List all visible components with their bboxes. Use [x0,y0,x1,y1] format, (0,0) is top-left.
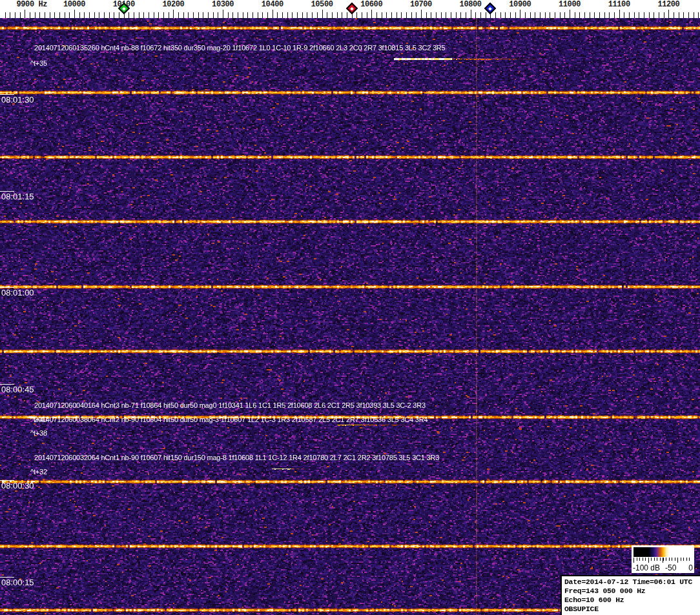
freq-tick [594,12,595,18]
freq-tick [664,12,664,18]
freq-tick [694,12,694,18]
freq-tick [540,12,540,18]
freq-tick [277,12,278,18]
info-line-echo: Echo=10 600 Hz [564,596,700,605]
freq-tick-label: 10200 [162,0,184,8]
freq-tick [337,12,338,18]
waterfall-spectrogram[interactable] [0,18,700,615]
freq-tick [659,12,659,18]
freq-tick [688,12,689,18]
freq-tick [119,12,119,18]
freq-tick [183,12,184,18]
echo-time-offset-label: ^t+38 [30,429,47,437]
freq-tick [436,12,437,18]
info-line-station: OBSUPICE [564,605,700,614]
freq-tick [505,12,506,18]
freq-tick [525,12,526,18]
freq-tick-label: 10600 [360,0,382,8]
freq-tick [154,12,154,18]
freq-tick [486,12,486,18]
freq-tick [342,12,342,18]
freq-tick [416,12,417,18]
freq-tick [114,12,114,18]
freq-tick [39,12,40,18]
freq-tick [456,12,457,18]
freq-tick-label: 9900 Hz [16,0,47,8]
freq-tick [550,12,550,18]
freq-tick [332,12,333,18]
freq-tick-label: 10000 [63,0,85,8]
freq-tick [307,12,307,18]
freq-tick [575,12,575,18]
freq-tick [198,12,199,18]
freq-tick [411,12,412,18]
marker-core-dot [488,6,492,10]
freq-tick [356,12,357,18]
freq-tick [74,10,75,18]
freq-tick [188,12,189,18]
freq-tick [604,12,605,18]
freq-tick [679,12,679,18]
freq-tick-label: 11200 [657,0,679,8]
freq-tick [173,10,174,18]
freq-tick [347,12,347,18]
freq-tick [634,12,635,18]
red-marker-diamond-icon[interactable] [345,3,357,14]
freq-tick [312,12,313,18]
freq-tick [258,12,258,18]
frequency-ruler[interactable]: 9900 Hz100001010010200103001040010500106… [0,0,700,18]
freq-tick [302,12,303,18]
freq-tick [287,12,288,18]
freq-tick [15,12,15,18]
colorbar-label-mid: -50 [665,563,676,572]
freq-tick [362,12,362,18]
time-label: 08:01:00 [1,288,34,297]
info-line-date: Date=2014-07-12 Time=06:01 UTC [564,578,700,587]
freq-tick [406,12,407,18]
freq-tick [475,12,476,18]
freq-tick [396,12,397,18]
time-label: 08:00:30 [1,481,34,490]
freq-tick [530,12,531,18]
colorbar-label-max: 0 [688,563,693,572]
freq-tick [20,12,21,18]
freq-tick [104,12,105,18]
freq-tick-label: 10400 [262,0,283,8]
freq-tick [232,12,233,18]
freq-tick [614,12,615,18]
freq-tick [223,10,223,18]
freq-tick [84,12,85,18]
freq-tick-label: 10700 [410,0,432,8]
colorbar-gradient [633,547,692,557]
station-info-box: Date=2014-07-12 Time=06:01 UTC Freq=143 … [561,575,700,615]
freq-tick [178,12,179,18]
freq-tick-label: 11100 [608,0,630,8]
freq-tick [421,10,422,18]
freq-tick [213,12,214,18]
freq-tick [158,12,159,18]
freq-tick-label: 10300 [212,0,234,8]
freq-tick [282,12,283,18]
freq-tick [169,12,169,18]
freq-tick [252,12,253,18]
freq-tick [367,12,367,18]
freq-tick [238,12,238,18]
freq-tick [639,12,639,18]
freq-tick [649,12,650,18]
freq-tick [139,12,139,18]
time-label: 08:00:15 [1,578,34,587]
freq-tick [609,12,610,18]
blue-marker-diamond-icon[interactable] [484,3,496,14]
freq-tick [203,12,203,18]
freq-tick [129,12,129,18]
freq-tick [644,12,644,18]
freq-tick [401,12,402,18]
freq-tick [570,10,570,18]
marker-core-dot [350,6,354,10]
freq-tick [65,12,65,18]
freq-tick [35,12,36,18]
freq-tick [599,12,600,18]
freq-tick [218,12,218,18]
freq-tick [59,12,60,18]
freq-tick [683,12,684,18]
